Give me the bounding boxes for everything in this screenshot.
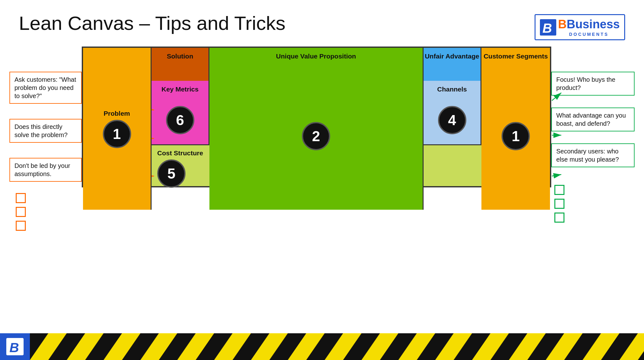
uvp-cell: Unique Value Proposition 2 bbox=[209, 48, 424, 210]
header: Lean Canvas – Tips and Tricks B BBusines… bbox=[0, 0, 644, 47]
problem-number: 1 bbox=[103, 120, 131, 148]
page-title: Lean Canvas – Tips and Tricks bbox=[19, 13, 286, 34]
problem-cell: Problem 1 bbox=[83, 48, 152, 210]
svg-rect-13 bbox=[30, 333, 644, 360]
left-annotation-1: Ask customers: "What problem do you need… bbox=[9, 72, 82, 104]
channels-label: Channels bbox=[437, 85, 467, 93]
left-annotation-3: Don't be led by your assumptions. bbox=[9, 158, 82, 182]
customer-segments-number: 1 bbox=[502, 122, 530, 150]
left-annotation-2: Does this directly solve the problem? bbox=[9, 119, 82, 143]
solution-label: Solution bbox=[167, 52, 193, 60]
right-checkbox-3[interactable] bbox=[554, 213, 564, 223]
right-checkbox-2[interactable] bbox=[554, 199, 564, 209]
channels-number: 4 bbox=[438, 106, 466, 134]
unfair-advantage-label: Unfair Advantage bbox=[425, 52, 479, 60]
right-annotations: Focus! Who buys the product? What advant… bbox=[551, 47, 635, 223]
canvas-grid: Problem 1 Solution 3 Unique Value Propos… bbox=[82, 47, 551, 187]
right-checkbox-1[interactable] bbox=[554, 185, 564, 195]
left-checkbox-3[interactable] bbox=[16, 221, 26, 231]
key-metrics-cell: Key Metrics 6 bbox=[152, 81, 209, 144]
hazard-stripes bbox=[30, 333, 644, 360]
logo-business-text: BBusiness bbox=[558, 18, 620, 31]
left-annotations: Ask customers: "What problem do you need… bbox=[9, 47, 82, 231]
footer-b-icon: B bbox=[6, 338, 24, 355]
logo-b-icon: B bbox=[540, 19, 556, 36]
customer-segments-label: Customer Segments bbox=[484, 52, 548, 60]
key-metrics-label: Key Metrics bbox=[162, 85, 199, 93]
footer: B bbox=[0, 333, 644, 360]
left-checkbox-1[interactable] bbox=[16, 193, 26, 203]
cost-circle-wrap: 5 bbox=[157, 159, 186, 188]
logo-documents-text: DOCUMENTS bbox=[569, 32, 609, 37]
uvp-number: 2 bbox=[302, 122, 330, 150]
logo-business-b: B bbox=[558, 18, 567, 31]
logo-area: B BBusiness DOCUMENTS bbox=[535, 14, 625, 40]
customer-segments-cell: Customer Segments 1 bbox=[481, 48, 550, 210]
svg-text:B: B bbox=[542, 21, 552, 35]
right-annotation-2: What advantage can you boast, and defend… bbox=[551, 108, 635, 131]
footer-logo: B bbox=[0, 335, 30, 358]
cost-structure-label: Cost Structure bbox=[157, 149, 203, 157]
left-checkboxes bbox=[9, 193, 82, 231]
channels-cell: Channels 4 bbox=[424, 81, 481, 144]
right-annotation-1: Focus! Who buys the product? bbox=[551, 72, 635, 96]
key-metrics-number: 6 bbox=[166, 106, 194, 134]
logo-box: B BBusiness DOCUMENTS bbox=[535, 14, 625, 40]
right-checkboxes bbox=[551, 185, 635, 223]
problem-label: Problem bbox=[103, 109, 130, 117]
uvp-label: Unique Value Proposition bbox=[276, 52, 356, 60]
svg-text:B: B bbox=[9, 340, 19, 354]
main-content: Ask customers: "What problem do you need… bbox=[0, 47, 644, 231]
left-checkbox-2[interactable] bbox=[16, 207, 26, 217]
cost-structure-number: 5 bbox=[157, 159, 186, 188]
right-annotation-3: Secondary users: who else must you pleas… bbox=[551, 143, 635, 167]
